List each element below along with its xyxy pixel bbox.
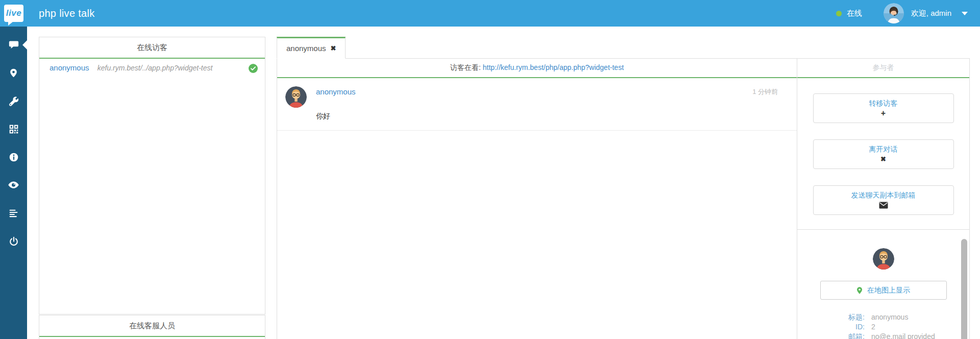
- sidebar-item-logs[interactable]: [0, 199, 27, 227]
- field-email-value: no@e.mail provided: [871, 332, 935, 339]
- map-marker-icon: [9, 67, 18, 79]
- visitor-details: 在地图上显示 标题: anonymous ID: 2 邮箱: no@e.mail…: [797, 230, 969, 339]
- close-icon: ✖: [814, 154, 953, 164]
- field-id: ID: 2: [797, 322, 969, 332]
- sidebar-item-info[interactable]: [0, 143, 27, 171]
- comment-icon: [9, 40, 19, 50]
- message-author[interactable]: anonymous: [316, 87, 356, 96]
- list-icon: [9, 208, 18, 218]
- transfer-visitor-button[interactable]: 转移访客 +: [813, 93, 954, 123]
- sidebar-item-logout[interactable]: [0, 227, 27, 255]
- app-logo-icon: live: [4, 5, 23, 22]
- leave-conversation-label: 离开对话: [814, 144, 953, 154]
- tab-close-icon[interactable]: ✖: [331, 44, 336, 52]
- online-visitors-panel: 在线访客 anonymous kefu.rym.best/../app.php?…: [39, 37, 265, 314]
- map-marker-icon: [856, 286, 863, 295]
- chat-tabbar: anonymous ✖: [277, 37, 970, 59]
- visitor-current-page: kefu.rym.best/../app.php?widget-test: [97, 64, 213, 72]
- visitor-list-item[interactable]: anonymous kefu.rym.best/../app.php?widge…: [39, 59, 265, 77]
- message-text: 你好: [316, 111, 778, 121]
- info-icon: [9, 152, 19, 162]
- sidebar-nav: [0, 27, 27, 339]
- visitor-viewing-bar: 访客在看: http://kefu.rym.best/php/app.php?w…: [277, 59, 797, 78]
- participants-title: 参与者: [797, 59, 969, 78]
- check-circle-icon: [249, 64, 258, 75]
- sidebar-item-settings[interactable]: [0, 87, 27, 115]
- participants-column: 参与者 转移访客 + 离开对话 ✖ 发送聊天副本到邮箱: [797, 59, 969, 339]
- sidebar-item-widget-code[interactable]: [0, 115, 27, 143]
- online-agents-title: 在线客服人员: [39, 316, 265, 337]
- field-email-label: 邮箱:: [797, 332, 865, 339]
- leave-conversation-button[interactable]: 离开对话 ✖: [813, 139, 954, 169]
- field-title-label: 标题:: [797, 312, 865, 322]
- visitor-avatar: [873, 248, 894, 270]
- sidebar-item-visitor-map[interactable]: [0, 59, 27, 87]
- sidebar-item-monitoring[interactable]: [0, 171, 27, 199]
- online-visitors-title: 在线访客: [39, 37, 265, 59]
- chat-content: 访客在看: http://kefu.rym.best/php/app.php?w…: [277, 59, 970, 339]
- visitor-name[interactable]: anonymous: [50, 63, 89, 72]
- participants-actions: 转移访客 + 离开对话 ✖ 发送聊天副本到邮箱: [797, 78, 969, 230]
- wrench-icon: [9, 96, 19, 106]
- visitor-avatar: [285, 86, 307, 108]
- plus-icon: +: [814, 108, 953, 118]
- app-title: php live talk: [39, 8, 95, 19]
- field-title: 标题: anonymous: [797, 312, 969, 322]
- chat-tab-anonymous[interactable]: anonymous ✖: [277, 37, 346, 59]
- envelope-icon: [879, 202, 888, 209]
- field-id-value: 2: [871, 322, 875, 332]
- chat-column: 访客在看: http://kefu.rym.best/php/app.php?w…: [277, 59, 797, 339]
- online-agents-panel: 在线客服人员: [39, 315, 265, 339]
- field-email: 邮箱: no@e.mail provided: [797, 332, 969, 339]
- visitor-viewing-label: 访客在看:: [450, 63, 481, 71]
- transfer-visitor-label: 转移访客: [814, 99, 953, 108]
- online-status-dot: [836, 11, 842, 16]
- visitor-viewing-url[interactable]: http://kefu.rym.best/php/app.php?widget-…: [483, 63, 624, 71]
- qrcode-icon: [9, 124, 19, 134]
- eye-icon: [8, 181, 19, 189]
- visitor-fields: 标题: anonymous ID: 2 邮箱: no@e.mail provid…: [797, 312, 969, 339]
- show-on-map-button[interactable]: 在地图上显示: [820, 281, 947, 300]
- show-on-map-label: 在地图上显示: [867, 286, 910, 295]
- admin-avatar[interactable]: [884, 3, 904, 23]
- online-status-label: 在线: [847, 9, 862, 18]
- field-id-label: ID:: [797, 322, 865, 332]
- logo-text: live: [6, 8, 21, 18]
- chat-main-area: anonymous ✖ 访客在看: http://kefu.rym.best/p…: [277, 37, 970, 339]
- field-title-value: anonymous: [871, 312, 908, 322]
- app-header: live php live talk 在线 欢迎, adm: [0, 0, 980, 27]
- chat-tab-label: anonymous: [286, 44, 326, 53]
- admin-avatar-image: [884, 3, 904, 23]
- chat-message: anonymous 1 分钟前 你好: [277, 78, 797, 131]
- sidebar-item-chats[interactable]: [0, 31, 27, 59]
- chevron-down-icon[interactable]: [962, 12, 968, 15]
- power-icon: [9, 236, 19, 247]
- scrollbar-thumb[interactable]: [961, 239, 967, 339]
- send-transcript-label: 发送聊天副本到邮箱: [814, 190, 953, 200]
- message-timestamp: 1 分钟前: [752, 86, 778, 98]
- send-transcript-button[interactable]: 发送聊天副本到邮箱: [813, 185, 954, 215]
- header-right: 在线 欢迎, admin: [836, 3, 968, 23]
- welcome-text: 欢迎, admin: [911, 9, 951, 18]
